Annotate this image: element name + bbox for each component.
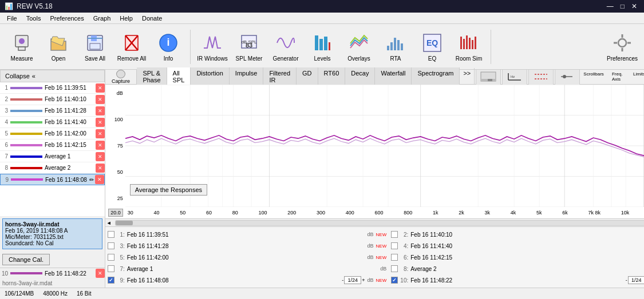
list-item[interactable]: 10 Feb 16 11:48:22 ✕: [0, 268, 105, 279]
x-axis: 20.0 30 40 50 60 80 100 200 300 400 600 …: [105, 207, 644, 218]
tab-distortion[interactable]: Distortion: [191, 67, 229, 87]
menu-help[interactable]: Help: [115, 14, 137, 23]
legend-check-6[interactable]: [391, 254, 398, 261]
legend-check-4[interactable]: [391, 242, 398, 249]
maximize-button[interactable]: □: [618, 2, 627, 10]
ir-windows-label: IR Windows: [197, 55, 227, 62]
limits-button[interactable]: [528, 69, 554, 85]
spinner-input-10[interactable]: [628, 276, 644, 284]
capture-indicator: [116, 70, 125, 78]
ir-windows-button[interactable]: IR Windows: [195, 27, 230, 67]
legend-check-10[interactable]: ✓: [391, 277, 398, 284]
tab-more[interactable]: >>: [460, 67, 474, 87]
spinner-10[interactable]: - +: [626, 276, 644, 284]
y-axis: dB 100 75 50 25: [105, 85, 125, 207]
info-button[interactable]: i Info: [151, 27, 185, 67]
measure-button[interactable]: Measure: [5, 27, 39, 67]
svg-rect-18: [329, 42, 330, 50]
legend-check-9[interactable]: ✓: [108, 277, 114, 284]
list-item[interactable]: 3 Feb 16 11:41:28 ✕: [0, 105, 105, 117]
legend-check-8[interactable]: [391, 265, 398, 272]
eq-button[interactable]: EQ EQ: [415, 27, 449, 67]
tab-gd[interactable]: GD: [297, 67, 318, 87]
delete-measurement-7[interactable]: ✕: [96, 152, 105, 161]
delete-measurement-4[interactable]: ✕: [96, 118, 105, 127]
menu-graph[interactable]: Graph: [89, 14, 116, 23]
scrollbars-button[interactable]: [476, 69, 501, 85]
spinner-9[interactable]: - +: [342, 276, 365, 284]
tab-decay[interactable]: Decay: [345, 67, 375, 87]
spinner-input-9[interactable]: [344, 276, 361, 284]
tab-impulse[interactable]: Impulse: [230, 67, 264, 87]
freq-axis-button[interactable]: Hz: [502, 69, 527, 85]
menu-file[interactable]: File: [2, 14, 22, 23]
svg-rect-21: [394, 38, 396, 50]
scrollbars-label: Scrollbars: [583, 71, 604, 82]
open-button[interactable]: Open: [41, 27, 76, 67]
selected-measurement-info: horns-3way-iir.mdat Feb 16, 2019 11:48:0…: [2, 218, 102, 249]
room-sim-button[interactable]: Room Sim: [452, 27, 486, 67]
delete-measurement-5[interactable]: ✕: [96, 129, 105, 138]
delete-measurement-9[interactable]: ✕: [95, 175, 104, 184]
scroll-left-icon[interactable]: ◄: [105, 220, 113, 226]
remove-all-icon: [120, 31, 143, 54]
list-item[interactable]: 6 Feb 16 11:42:15 ✕: [0, 139, 105, 151]
average-responses-button[interactable]: Average the Responses: [130, 184, 207, 196]
y-axis-75: 75: [108, 143, 123, 149]
delete-measurement-2[interactable]: ✕: [96, 95, 105, 104]
tab-spl-phase[interactable]: SPL & Phase: [137, 67, 167, 87]
preferences-label: Preferences: [607, 55, 638, 62]
delete-measurement-6[interactable]: ✕: [96, 141, 105, 150]
spl-meter-button[interactable]: dB SPL83 SPL Meter: [232, 27, 266, 67]
minimize-button[interactable]: —: [605, 2, 616, 10]
svg-rect-27: [463, 39, 465, 49]
info-icon: i: [157, 31, 180, 54]
list-item[interactable]: 9 Feb 16 11:48:08 ✏ ✕: [0, 174, 105, 185]
list-item[interactable]: 5 Feb 16 11:42:00 ✕: [0, 128, 105, 139]
generator-button[interactable]: Generator: [268, 27, 303, 67]
remove-all-button[interactable]: Remove All: [114, 27, 149, 67]
delete-measurement-10[interactable]: ✕: [96, 269, 105, 278]
preferences-button[interactable]: Preferences: [605, 27, 639, 67]
scrollbar-track[interactable]: [115, 220, 644, 226]
close-button[interactable]: ✕: [629, 2, 639, 10]
scrollbar-thumb[interactable]: [116, 221, 133, 225]
overlays-button[interactable]: Overlays: [342, 27, 376, 67]
tab-filtered-ir[interactable]: Filtered IR: [263, 67, 297, 87]
svg-rect-16: [319, 39, 323, 50]
svg-point-2: [19, 38, 25, 44]
list-item[interactable]: 2 Feb 16 11:40:10 ✕: [0, 94, 105, 105]
list-item[interactable]: 8 Average 2 ✕: [0, 162, 105, 174]
svg-rect-22: [397, 40, 400, 50]
change-cal-button[interactable]: Change Cal.: [2, 254, 50, 265]
save-all-button[interactable]: Save All: [78, 27, 112, 67]
list-item[interactable]: 7 Average 1 ✕: [0, 151, 105, 162]
collapse-button[interactable]: Collapse «: [0, 70, 105, 82]
x-start-input[interactable]: 20.0: [108, 209, 123, 217]
legend-item-9: ✓ 9: Feb 16 11:48:08 - + dBNEW: [108, 275, 386, 285]
menu-preferences[interactable]: Preferences: [45, 14, 88, 23]
rta-button[interactable]: RTA: [378, 27, 413, 67]
menu-donate[interactable]: Donate: [137, 14, 167, 23]
legend-check-1[interactable]: [108, 231, 114, 238]
list-item[interactable]: 1 Feb 16 11:39:51 ✕: [0, 82, 105, 94]
delete-measurement-8[interactable]: ✕: [96, 164, 105, 173]
menu-tools[interactable]: Tools: [22, 14, 46, 23]
delete-measurement-3[interactable]: ✕: [96, 106, 105, 115]
tab-rt60[interactable]: RT60: [318, 67, 346, 87]
levels-button[interactable]: Levels: [305, 27, 339, 67]
list-item[interactable]: 4 Feb 16 11:41:40 ✕: [0, 117, 105, 128]
legend-check-2[interactable]: [391, 231, 398, 238]
legend-item-10: ✓ 10: Feb 16 11:48:22 - + dBNEW: [391, 275, 644, 285]
legend-check-5[interactable]: [108, 254, 114, 261]
title-bar-controls[interactable]: — □ ✕: [605, 2, 639, 10]
legend-check-7[interactable]: [108, 265, 114, 272]
svg-text:83: 83: [246, 42, 252, 49]
controls-button[interactable]: [555, 69, 580, 85]
tab-spectrogram[interactable]: Spectrogram: [412, 67, 460, 87]
delete-measurement-1[interactable]: ✕: [96, 83, 105, 93]
app-icon: 📊: [5, 2, 13, 10]
legend-check-3[interactable]: [108, 242, 114, 249]
tab-all-spl[interactable]: All SPL: [167, 67, 191, 87]
tab-waterfall[interactable]: Waterfall: [375, 67, 412, 87]
